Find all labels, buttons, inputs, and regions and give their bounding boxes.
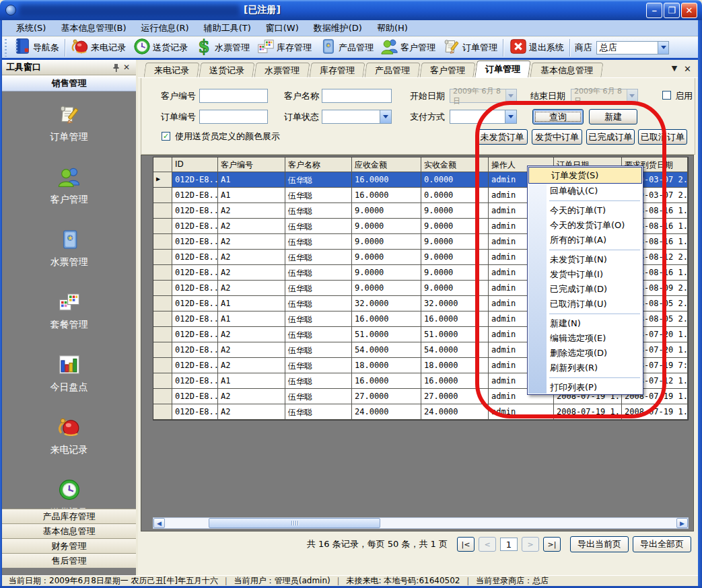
row-selector-cell[interactable] bbox=[153, 404, 172, 420]
table-cell[interactable]: A1 bbox=[218, 296, 285, 311]
table-cell[interactable]: 012D-E8... bbox=[172, 311, 218, 327]
table-cell[interactable]: 伍华聪 bbox=[285, 265, 352, 281]
table-cell[interactable]: 16.0000 bbox=[421, 311, 489, 327]
table-header-0[interactable]: ID bbox=[172, 157, 218, 172]
context-menu-item-9[interactable]: 已完成订单(D) bbox=[528, 282, 643, 297]
sidebar-item-4[interactable]: 今日盘点 bbox=[50, 353, 88, 394]
table-cell[interactable]: admin bbox=[489, 404, 554, 420]
tab-产品管理[interactable]: 产品管理 bbox=[364, 63, 420, 77]
order-status-select[interactable] bbox=[322, 110, 392, 124]
row-selector-cell[interactable] bbox=[153, 311, 172, 327]
toolbar-button-3[interactable]: $水票管理 bbox=[191, 38, 253, 58]
table-cell[interactable]: 32.0000 bbox=[352, 296, 421, 311]
row-selector-cell[interactable] bbox=[153, 203, 172, 219]
sidebar-group-button-3[interactable]: 售后管理 bbox=[2, 553, 136, 568]
table-cell[interactable]: 伍华聪 bbox=[285, 281, 352, 296]
shop-select[interactable]: 总店 bbox=[596, 41, 669, 54]
context-menu-item-0[interactable]: 订单发货(S) bbox=[528, 167, 642, 184]
table-cell[interactable]: A1 bbox=[218, 172, 285, 188]
table-cell[interactable]: 伍华聪 bbox=[285, 172, 352, 188]
status-filter-button-0[interactable]: 未发货订单 bbox=[477, 129, 528, 145]
scrollbar-thumb[interactable] bbox=[209, 518, 380, 528]
table-cell[interactable]: 16.0000 bbox=[421, 373, 489, 389]
pin-icon[interactable] bbox=[110, 63, 121, 73]
context-menu-item-13[interactable]: 编辑选定项(E) bbox=[528, 331, 643, 346]
sidebar-item-5[interactable]: 来电记录 bbox=[50, 415, 88, 456]
table-cell[interactable]: 54.0000 bbox=[421, 342, 489, 358]
table-cell[interactable]: A2 bbox=[218, 358, 285, 373]
table-cell[interactable]: 012D-E8... bbox=[172, 219, 218, 234]
scroll-left-icon[interactable]: ◀ bbox=[153, 518, 165, 528]
toolbar-button-1[interactable]: 来电记录 bbox=[67, 38, 129, 58]
export-current-page-button[interactable]: 导出当前页 bbox=[570, 536, 629, 552]
table-cell[interactable]: 012D-E8... bbox=[172, 188, 218, 203]
row-selector-cell[interactable] bbox=[153, 358, 172, 373]
minimize-button[interactable]: － bbox=[646, 3, 662, 18]
table-cell[interactable]: 9.0000 bbox=[421, 250, 489, 265]
table-cell[interactable]: A2 bbox=[218, 389, 285, 404]
table-cell[interactable]: 16.0000 bbox=[352, 188, 421, 203]
table-cell[interactable]: A2 bbox=[218, 234, 285, 250]
table-cell[interactable]: A2 bbox=[218, 342, 285, 358]
menu-item-3[interactable]: 辅助工具(T) bbox=[197, 20, 258, 36]
table-cell[interactable]: 51.0000 bbox=[421, 327, 489, 342]
row-selector-cell[interactable] bbox=[153, 342, 172, 358]
new-button[interactable]: 新建 bbox=[589, 109, 637, 124]
maximize-button[interactable]: ❐ bbox=[664, 3, 680, 18]
table-cell[interactable]: 9.0000 bbox=[352, 203, 421, 219]
context-menu-item-12[interactable]: 新建(N) bbox=[528, 316, 643, 331]
table-cell[interactable]: 伍华聪 bbox=[285, 188, 352, 203]
chevron-down-icon[interactable] bbox=[658, 42, 668, 54]
menu-item-5[interactable]: 数据维护(D) bbox=[306, 20, 370, 36]
table-cell[interactable]: 012D-E8... bbox=[172, 250, 218, 265]
table-cell[interactable]: 伍华聪 bbox=[285, 404, 352, 420]
status-filter-button-2[interactable]: 已完成订单 bbox=[586, 129, 635, 145]
last-page-button[interactable]: >| bbox=[543, 537, 561, 552]
menu-item-1[interactable]: 基本信息管理(B) bbox=[53, 20, 133, 36]
tab-来电记录[interactable]: 来电记录 bbox=[143, 63, 199, 77]
table-cell[interactable]: 伍华聪 bbox=[285, 234, 352, 250]
context-menu-item-5[interactable]: 所有的订单(A) bbox=[528, 233, 643, 248]
table-header-2[interactable]: 客户名称 bbox=[285, 157, 352, 172]
toolbar-button-0[interactable]: 导航条 bbox=[9, 38, 63, 58]
sidebar-group-button-1[interactable]: 基本信息管理 bbox=[2, 523, 136, 538]
sidebar-group-button-0[interactable]: 产品库存管理 bbox=[2, 509, 136, 523]
row-selector-cell[interactable] bbox=[153, 265, 172, 281]
toolbar-button-5[interactable]: ★产品管理 bbox=[315, 38, 377, 58]
table-cell[interactable]: 9.0000 bbox=[352, 250, 421, 265]
table-cell[interactable]: 9.0000 bbox=[421, 265, 489, 281]
tab-订单管理[interactable]: 订单管理 bbox=[475, 61, 531, 77]
table-cell[interactable]: 16.0000 bbox=[352, 311, 421, 327]
table-cell[interactable]: 伍华聪 bbox=[285, 373, 352, 389]
context-menu-item-7[interactable]: 未发货订单(N) bbox=[528, 252, 643, 267]
toolbar-button-8[interactable]: 退出系统 bbox=[505, 38, 567, 58]
close-button[interactable]: ✕ bbox=[681, 3, 697, 18]
table-header-1[interactable]: 客户编号 bbox=[218, 157, 285, 172]
table-cell[interactable]: A2 bbox=[218, 404, 285, 420]
table-cell[interactable]: 伍华聪 bbox=[285, 219, 352, 234]
customer-name-input[interactable] bbox=[322, 89, 392, 103]
table-cell[interactable]: 9.0000 bbox=[352, 234, 421, 250]
pay-method-select[interactable] bbox=[450, 110, 517, 124]
table-cell[interactable]: A2 bbox=[218, 327, 285, 342]
toolbar-button-2[interactable]: 送货记录 bbox=[129, 38, 191, 58]
row-selector-cell[interactable] bbox=[153, 188, 172, 203]
table-cell[interactable]: 27.0000 bbox=[421, 389, 489, 404]
page-number-input[interactable]: 1 bbox=[500, 538, 518, 551]
start-date-picker[interactable]: 2009年 6月 8日 bbox=[450, 89, 517, 103]
sidebar-group-button-2[interactable]: 财务管理 bbox=[2, 538, 136, 553]
horizontal-scrollbar[interactable]: ◀ ▶ bbox=[153, 517, 689, 529]
table-cell[interactable]: 54.0000 bbox=[352, 342, 421, 358]
row-selector-cell[interactable] bbox=[153, 219, 172, 234]
table-cell[interactable]: A1 bbox=[218, 373, 285, 389]
row-selector-cell[interactable] bbox=[153, 281, 172, 296]
table-cell[interactable]: A1 bbox=[218, 311, 285, 327]
sidebar-item-1[interactable]: 客户管理 bbox=[50, 165, 88, 206]
tab-水票管理[interactable]: 水票管理 bbox=[254, 63, 310, 77]
table-cell[interactable]: A2 bbox=[218, 281, 285, 296]
table-cell[interactable]: A1 bbox=[218, 188, 285, 203]
order-no-input[interactable] bbox=[199, 110, 268, 124]
table-cell[interactable]: 伍华聪 bbox=[285, 296, 352, 311]
table-cell[interactable]: 012D-E8... bbox=[172, 265, 218, 281]
row-selector-cell[interactable] bbox=[153, 373, 172, 389]
